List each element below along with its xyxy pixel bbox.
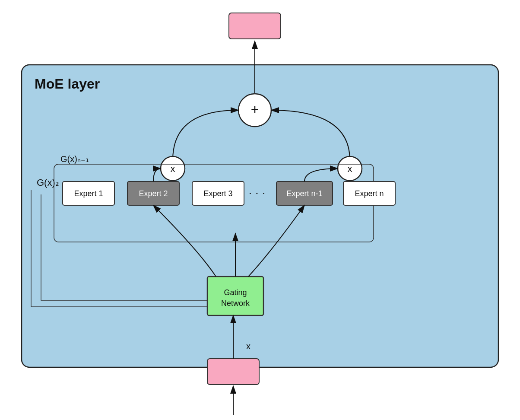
dots-label: · · · (249, 186, 266, 199)
input-box (207, 359, 259, 385)
gx2-label: G(x)₂ (37, 177, 59, 188)
expert-1-label: Expert 1 (74, 189, 103, 198)
gating-network-label-line1: Gating (224, 288, 247, 297)
moe-layer-label: MoE layer (35, 76, 100, 92)
x-label: x (246, 341, 250, 351)
expert-n1-label: Expert n-1 (286, 189, 322, 198)
expert-3-label: Expert 3 (203, 189, 232, 198)
diagram-container: MoE layer + x x G(x)₂ G(x)ₙ₋₁ E (0, 0, 520, 420)
multiply-symbol-right: x (348, 163, 352, 174)
gating-network-label-line2: Network (221, 299, 250, 308)
expert-n-label: Expert n (355, 189, 384, 198)
multiply-symbol-left: x (171, 163, 175, 174)
output-box (229, 13, 281, 39)
sum-symbol: + (251, 102, 259, 117)
gxn1-label: G(x)ₙ₋₁ (60, 154, 89, 164)
expert-2-label: Expert 2 (139, 189, 168, 198)
